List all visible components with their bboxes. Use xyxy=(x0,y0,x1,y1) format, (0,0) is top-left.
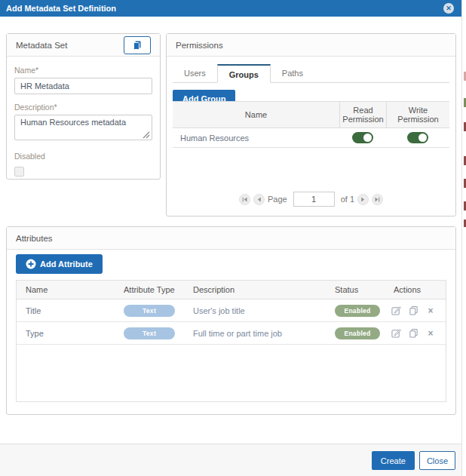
resize-grip-icon[interactable] xyxy=(143,131,150,139)
copy-icon[interactable] xyxy=(408,328,418,339)
tab-groups[interactable]: Groups xyxy=(217,64,271,83)
col-header-name: Name xyxy=(17,281,115,299)
copy-icon xyxy=(132,40,143,51)
attribute-name: Type xyxy=(17,329,115,338)
name-label: Name* xyxy=(14,66,152,75)
dialog-titlebar: Add Metadata Set Definition ✕ xyxy=(0,0,461,17)
delete-icon[interactable]: × xyxy=(425,306,436,316)
background-page-strip xyxy=(461,0,466,476)
permissions-panel: Permissions Users Groups Paths Add Group… xyxy=(166,33,456,217)
metadata-set-panel: Metadata Set Name* Description* Human Re… xyxy=(6,33,161,180)
attribute-name: Title xyxy=(17,306,115,315)
col-header-write-permission: Write Permission xyxy=(386,102,449,127)
group-name: Human Resources xyxy=(173,134,339,143)
disabled-checkbox[interactable] xyxy=(14,167,24,177)
write-permission-toggle[interactable] xyxy=(407,132,428,143)
attribute-type-badge: Text xyxy=(124,327,175,339)
duplicate-metadata-set-button[interactable] xyxy=(124,36,151,54)
page-label: Page xyxy=(268,195,287,204)
attributes-panel: Attributes Add Attribute Name Attribute … xyxy=(6,226,456,415)
first-page-icon[interactable] xyxy=(239,194,250,205)
pagination: Page of 1 xyxy=(167,192,455,207)
attributes-panel-title: Attributes xyxy=(16,234,53,243)
permissions-panel-title: Permissions xyxy=(176,41,223,50)
read-permission-toggle[interactable] xyxy=(352,132,373,143)
col-header-attribute-type: Attribute Type xyxy=(115,281,184,299)
disabled-label: Disabled xyxy=(14,152,152,161)
col-header-actions: Actions xyxy=(385,281,446,299)
col-header-description: Description xyxy=(184,281,326,299)
copy-icon[interactable] xyxy=(408,306,418,316)
description-label: Description* xyxy=(14,103,152,112)
table-row: Human Resources xyxy=(173,128,449,148)
prev-page-icon[interactable] xyxy=(253,194,265,205)
edit-icon[interactable] xyxy=(391,328,401,339)
create-button[interactable]: Create xyxy=(372,451,415,470)
attributes-table: Name Attribute Type Description Status A… xyxy=(16,280,446,402)
tab-users[interactable]: Users xyxy=(173,64,217,82)
permissions-table: Name Read Permission Write Permission Hu… xyxy=(173,101,449,148)
dialog-title: Add Metadata Set Definition xyxy=(6,4,116,13)
close-icon[interactable]: ✕ xyxy=(443,3,454,14)
col-header-status: Status xyxy=(326,281,385,299)
add-metadata-set-dialog: Add Metadata Set Definition ✕ Metadata S… xyxy=(0,0,461,476)
attribute-description: User's job title xyxy=(184,306,326,315)
page-number-input[interactable] xyxy=(293,192,335,207)
col-header-name: Name xyxy=(173,102,339,127)
add-attribute-button[interactable]: Add Attribute xyxy=(16,254,103,274)
edit-icon[interactable] xyxy=(391,306,401,316)
delete-icon[interactable]: × xyxy=(425,328,436,339)
page-of-label: of 1 xyxy=(341,195,354,204)
table-row: Type Text Full time or part time job Ena… xyxy=(17,322,446,345)
permissions-tabs: Users Groups Paths xyxy=(173,64,449,83)
plus-icon xyxy=(26,259,36,269)
table-row: Title Text User's job title Enabled × xyxy=(17,299,446,322)
col-header-read-permission: Read Permission xyxy=(339,102,386,127)
last-page-icon[interactable] xyxy=(372,194,383,205)
dialog-footer: Create Close xyxy=(0,444,461,476)
tab-paths[interactable]: Paths xyxy=(271,64,314,82)
description-field[interactable]: Human Resources metadata xyxy=(14,115,152,140)
metadata-set-panel-title: Metadata Set xyxy=(16,41,67,50)
attribute-description: Full time or part time job xyxy=(184,329,326,338)
close-button[interactable]: Close xyxy=(419,451,455,470)
status-badge: Enabled xyxy=(335,305,380,317)
name-field[interactable] xyxy=(14,78,152,94)
next-page-icon[interactable] xyxy=(357,194,369,205)
attribute-type-badge: Text xyxy=(124,305,175,317)
status-badge: Enabled xyxy=(335,327,380,339)
